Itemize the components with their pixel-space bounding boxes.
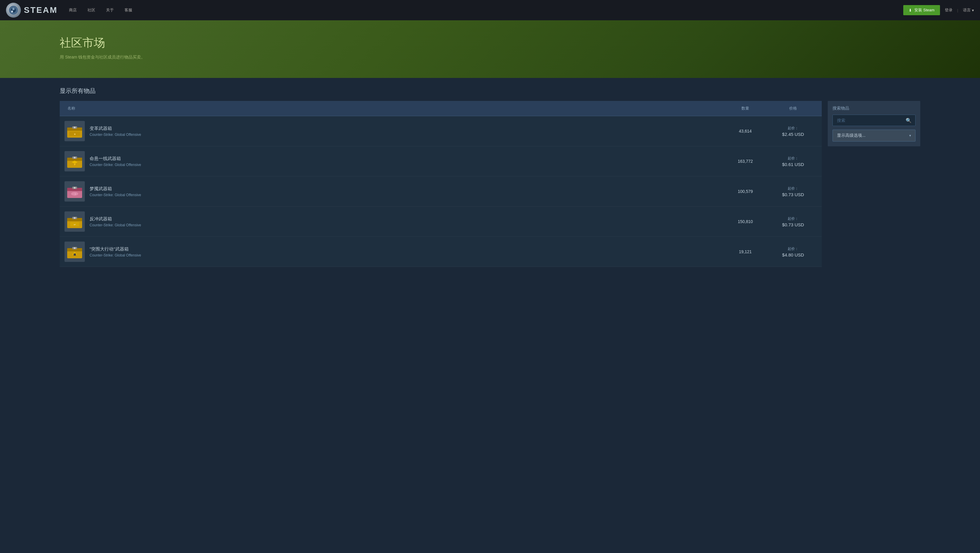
- crate-icon: ☽: [66, 183, 84, 200]
- nav-support[interactable]: 客服: [122, 6, 135, 14]
- nav-divider: |: [957, 8, 958, 13]
- logo-text: STEAM: [24, 5, 57, 15]
- item-price: 起价： $2.45 USD: [769, 124, 817, 138]
- svg-point-6: [74, 127, 76, 129]
- item-game: Counter-Strike: Global Offensive: [89, 163, 141, 167]
- item-image: ★: [65, 121, 85, 141]
- price-value: $0.61 USD: [772, 162, 814, 167]
- crate-icon: ↩: [66, 213, 84, 230]
- svg-point-27: [74, 217, 76, 219]
- table-row[interactable]: ↩ 反冲武器箱 Counter-Strike: Global Offensive…: [60, 207, 822, 237]
- content-layout: 名称 数量 价格 ★: [60, 101, 920, 267]
- nav-links: 商店 社区 关于 客服: [67, 6, 135, 14]
- item-text: 命悬一线武器箱 Counter-Strike: Global Offensive: [89, 156, 141, 167]
- item-info: ⚡ 命悬一线武器箱 Counter-Strike: Global Offensi…: [65, 149, 721, 173]
- search-icon: 🔍: [906, 118, 912, 123]
- item-info: ★ 变革武器箱 Counter-Strike: Global Offensive: [65, 119, 721, 143]
- item-image: ⬛: [65, 242, 85, 262]
- price-label: 起价：: [772, 126, 814, 131]
- nav-about[interactable]: 关于: [103, 6, 116, 14]
- steam-logo: [6, 3, 21, 17]
- item-price: 起价： $0.73 USD: [769, 215, 817, 229]
- item-image: ⚡: [65, 151, 85, 172]
- price-label: 起价：: [772, 186, 814, 191]
- item-image: ☽: [65, 181, 85, 202]
- item-price: 起价： $0.73 USD: [769, 184, 817, 199]
- crate-icon: ⚡: [66, 152, 84, 170]
- hero-banner: 社区市场 用 Steam 钱包资金与社区成员进行物品买卖。: [0, 20, 980, 78]
- table-row[interactable]: ⬛ "突围大行动"武器箱 Counter-Strike: Global Offe…: [60, 237, 822, 267]
- item-text: "突围大行动"武器箱 Counter-Strike: Global Offens…: [89, 246, 141, 257]
- nav-store[interactable]: 商店: [67, 6, 79, 14]
- install-steam-button[interactable]: ⬇ 安装 Steam: [903, 5, 940, 15]
- th-name: 名称: [65, 104, 721, 113]
- svg-text:⚡: ⚡: [73, 163, 76, 166]
- sidebar: 搜索物品 🔍 显示高级选项... ▾: [828, 101, 920, 146]
- search-panel-title: 搜索物品: [832, 106, 915, 111]
- nav-left: STEAM 商店 社区 关于 客服: [6, 3, 135, 17]
- chevron-down-icon: ▾: [909, 133, 911, 138]
- price-value: $4.80 USD: [772, 252, 814, 257]
- item-name: 反冲武器箱: [89, 216, 141, 222]
- item-name: 命悬一线武器箱: [89, 156, 141, 162]
- item-price: 起价： $4.80 USD: [769, 245, 817, 259]
- section-title: 显示所有物品: [60, 87, 920, 95]
- crate-icon: ★: [66, 122, 84, 140]
- item-text: 反冲武器箱 Counter-Strike: Global Offensive: [89, 216, 141, 227]
- svg-text:★: ★: [74, 133, 76, 135]
- nav-right: ⬇ 安装 Steam 登录 | 语言 ▾: [903, 5, 974, 15]
- price-value: $0.73 USD: [772, 222, 814, 227]
- svg-point-34: [74, 247, 76, 249]
- crate-icon: ⬛: [66, 243, 84, 261]
- search-input-wrap: 🔍: [832, 114, 915, 126]
- item-quantity: 43,614: [721, 127, 769, 135]
- search-input[interactable]: [833, 115, 902, 126]
- svg-text:☽: ☽: [74, 193, 76, 195]
- steam-logo-icon: [9, 5, 18, 15]
- item-name: 梦魇武器箱: [89, 186, 141, 192]
- item-name: "突围大行动"武器箱: [89, 246, 141, 252]
- item-quantity: 100,579: [721, 187, 769, 195]
- hero-subtitle: 用 Steam 钱包资金与社区成员进行物品买卖。: [60, 55, 920, 60]
- item-info: ☽ 梦魇武器箱 Counter-Strike: Global Offensive: [65, 180, 721, 203]
- svg-text:⬛: ⬛: [73, 253, 76, 256]
- nav-community[interactable]: 社区: [85, 6, 98, 14]
- item-quantity: 19,121: [721, 248, 769, 256]
- logo-area: STEAM: [6, 3, 57, 17]
- item-game: Counter-Strike: Global Offensive: [89, 193, 141, 197]
- item-text: 变革武器箱 Counter-Strike: Global Offensive: [89, 126, 141, 137]
- svg-point-20: [74, 187, 76, 189]
- search-button[interactable]: 🔍: [902, 115, 915, 126]
- item-name: 变革武器箱: [89, 126, 141, 131]
- item-info: ⬛ "突围大行动"武器箱 Counter-Strike: Global Offe…: [65, 240, 721, 264]
- svg-point-2: [12, 8, 14, 10]
- item-quantity: 163,772: [721, 157, 769, 165]
- search-panel: 搜索物品 🔍 显示高级选项... ▾: [828, 101, 920, 146]
- items-section: 名称 数量 价格 ★: [60, 101, 822, 267]
- price-value: $2.45 USD: [772, 132, 814, 137]
- item-text: 梦魇武器箱 Counter-Strike: Global Offensive: [89, 186, 141, 197]
- table-header: 名称 数量 价格: [60, 101, 822, 116]
- table-row[interactable]: ⚡ 命悬一线武器箱 Counter-Strike: Global Offensi…: [60, 146, 822, 176]
- th-price: 价格: [769, 104, 817, 113]
- item-image: ↩: [65, 211, 85, 232]
- hero-title: 社区市场: [60, 35, 920, 51]
- chevron-down-icon: ▾: [972, 8, 974, 13]
- item-game: Counter-Strike: Global Offensive: [89, 223, 141, 227]
- main-content: 显示所有物品 名称 数量 价格: [0, 78, 980, 276]
- svg-point-13: [74, 157, 76, 159]
- th-quantity: 数量: [721, 104, 769, 113]
- price-value: $0.73 USD: [772, 192, 814, 197]
- language-selector[interactable]: 语言 ▾: [963, 8, 974, 13]
- download-icon: ⬇: [908, 8, 912, 13]
- price-label: 起价：: [772, 216, 814, 221]
- item-info: ↩ 反冲武器箱 Counter-Strike: Global Offensive: [65, 210, 721, 234]
- table-row[interactable]: ★ 变革武器箱 Counter-Strike: Global Offensive…: [60, 116, 822, 146]
- advanced-options-dropdown[interactable]: 显示高级选项... ▾: [832, 130, 915, 141]
- item-game: Counter-Strike: Global Offensive: [89, 133, 141, 137]
- table-row[interactable]: ☽ 梦魇武器箱 Counter-Strike: Global Offensive…: [60, 176, 822, 207]
- item-game: Counter-Strike: Global Offensive: [89, 253, 141, 257]
- login-link[interactable]: 登录: [945, 8, 953, 13]
- item-quantity: 150,810: [721, 218, 769, 226]
- top-navigation: STEAM 商店 社区 关于 客服 ⬇ 安装 Steam 登录 | 语言 ▾: [0, 0, 980, 20]
